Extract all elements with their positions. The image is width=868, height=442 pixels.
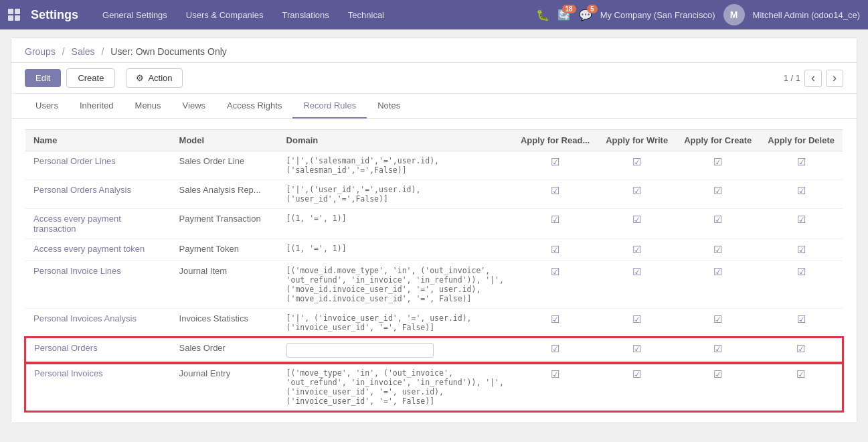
row-delete[interactable]: ☑ (760, 209, 843, 239)
row-name[interactable]: Personal Orders Analysis (25, 180, 171, 209)
row-create[interactable]: ☑ (676, 261, 760, 309)
table-row[interactable]: Personal Order Lines Sales Order Line ['… (25, 151, 843, 180)
table-row[interactable]: Access every payment transaction Payment… (25, 209, 843, 239)
row-delete[interactable]: ☑ (760, 338, 843, 363)
action-button[interactable]: Action (126, 68, 182, 88)
row-read[interactable]: ☑ (513, 180, 598, 209)
row-read[interactable]: ☑ (513, 338, 598, 363)
domain-cell: [(1, '=', 1)] (278, 209, 513, 239)
breadcrumb-current: User: Own Documents Only (110, 46, 227, 57)
row-write[interactable]: ☑ (598, 363, 676, 411)
row-write[interactable]: ☑ (598, 338, 676, 363)
checkbox-checked: ☑ (713, 214, 722, 225)
domain-input[interactable] (286, 343, 434, 358)
row-name[interactable]: Personal Order Lines (25, 151, 171, 180)
bug-icon[interactable]: 🐛 (536, 9, 549, 21)
update-badge: 18 (562, 5, 576, 13)
row-create[interactable]: ☑ (676, 239, 760, 261)
row-name[interactable]: Personal Invoice Lines (25, 261, 171, 309)
table-row[interactable]: Personal Orders Analysis Sales Analysis … (25, 180, 843, 209)
row-create[interactable]: ☑ (676, 180, 760, 209)
row-create[interactable]: ☑ (676, 338, 760, 363)
col-delete: Apply for Delete (760, 130, 843, 151)
row-delete[interactable]: ☑ (760, 261, 843, 309)
row-name[interactable]: Personal Orders (25, 338, 171, 363)
checkbox-checked: ☑ (551, 313, 559, 325)
row-name[interactable]: Personal Invoices (25, 363, 171, 411)
app-grid-icon[interactable] (8, 9, 20, 21)
checkbox-checked: ☑ (797, 266, 806, 277)
tab-access-rights[interactable]: Access Rights (216, 94, 292, 119)
table-row[interactable]: Personal Invoices Analysis Invoices Stat… (25, 309, 843, 338)
row-delete[interactable]: ☑ (760, 363, 843, 411)
domain-cell: ['|', ('invoice_user_id', '=', user.id),… (278, 309, 513, 338)
table-row[interactable]: Personal Invoice Lines Journal Item [('m… (25, 261, 843, 309)
row-read[interactable]: ☑ (513, 239, 598, 261)
update-icon[interactable]: 🔄 18 (557, 9, 571, 21)
domain-cell: ['|',('user_id','=',user.id),('user_id',… (278, 180, 513, 209)
row-write[interactable]: ☑ (598, 261, 676, 309)
row-read[interactable]: ☑ (513, 151, 598, 180)
row-create[interactable]: ☑ (676, 151, 760, 180)
breadcrumb-sales[interactable]: Sales (72, 46, 95, 57)
edit-button[interactable]: Edit (25, 69, 61, 87)
row-write[interactable]: ☑ (598, 309, 676, 338)
row-delete[interactable]: ☑ (760, 309, 843, 338)
row-name[interactable]: Personal Invoices Analysis (25, 309, 171, 338)
col-write: Apply for Write (598, 130, 676, 151)
row-delete[interactable]: ☑ (760, 180, 843, 209)
company-selector[interactable]: My Company (San Francisco) (600, 10, 715, 20)
nav-general-settings[interactable]: General Settings (94, 6, 175, 24)
row-model: Invoices Statistics (171, 309, 278, 338)
message-badge: 5 (587, 5, 598, 13)
row-delete[interactable]: ☑ (760, 151, 843, 180)
checkbox-checked: ☑ (796, 343, 805, 354)
row-write[interactable]: ☑ (598, 180, 676, 209)
pagination-prev[interactable] (804, 70, 822, 87)
row-read[interactable]: ☑ (513, 209, 598, 239)
nav-translations[interactable]: Translations (274, 6, 337, 24)
row-create[interactable]: ☑ (676, 363, 760, 411)
tab-notes[interactable]: Notes (367, 94, 411, 119)
tab-inherited[interactable]: Inherited (69, 94, 124, 119)
message-icon[interactable]: 💬 5 (579, 9, 592, 21)
tab-views[interactable]: Views (172, 94, 216, 119)
row-read[interactable]: ☑ (513, 261, 598, 309)
row-read[interactable]: ☑ (513, 363, 598, 411)
tab-menus[interactable]: Menus (124, 94, 172, 119)
table-row[interactable]: Access every payment token Payment Token… (25, 239, 843, 261)
topnav: Settings General Settings Users & Compan… (0, 0, 868, 29)
row-read[interactable]: ☑ (513, 309, 598, 338)
app-title: Settings (31, 8, 78, 22)
tab-users[interactable]: Users (25, 94, 69, 119)
row-name[interactable]: Access every payment token (25, 239, 171, 261)
checkbox-checked: ☑ (551, 343, 559, 354)
breadcrumb-groups[interactable]: Groups (25, 46, 56, 57)
checkbox-checked: ☑ (713, 313, 722, 325)
checkbox-checked: ☑ (551, 185, 559, 196)
content-card: Groups / Sales / User: Own Documents Onl… (11, 38, 857, 423)
row-create[interactable]: ☑ (676, 309, 760, 338)
nav-users-companies[interactable]: Users & Companies (178, 6, 272, 24)
table-container: Name Model Domain Apply for Read... Appl… (11, 119, 857, 423)
col-model: Model (171, 130, 278, 151)
row-delete[interactable]: ☑ (760, 239, 843, 261)
user-menu[interactable]: Mitchell Admin (odoo14_ce) (753, 10, 860, 20)
avatar[interactable]: M (723, 4, 745, 25)
row-write[interactable]: ☑ (598, 209, 676, 239)
table-row[interactable]: Personal Invoices Journal Entry [('move_… (25, 363, 843, 411)
row-name[interactable]: Access every payment transaction (25, 209, 171, 239)
tab-record-rules[interactable]: Record Rules (292, 94, 367, 119)
row-write[interactable]: ☑ (598, 239, 676, 261)
table-row[interactable]: Personal Orders Sales Order ☑ ☑ ☑ ☑ (25, 338, 843, 363)
pagination-next[interactable] (826, 70, 843, 87)
create-button[interactable]: Create (66, 68, 115, 88)
table-header-row: Name Model Domain Apply for Read... Appl… (25, 130, 843, 151)
checkbox-checked: ☑ (632, 313, 641, 325)
row-create[interactable]: ☑ (676, 209, 760, 239)
domain-cell: [(1, '=', 1)] (278, 239, 513, 261)
checkbox-checked: ☑ (551, 244, 559, 255)
domain-cell-editing[interactable] (278, 338, 513, 363)
row-write[interactable]: ☑ (598, 151, 676, 180)
nav-technical[interactable]: Technical (340, 6, 392, 24)
